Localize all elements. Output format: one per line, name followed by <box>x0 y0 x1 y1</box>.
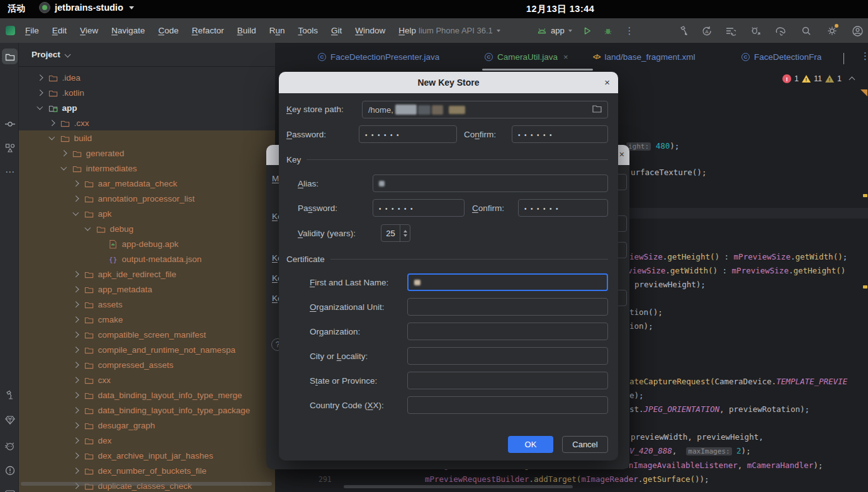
more-actions-kebab[interactable]: ⋮ <box>623 24 636 38</box>
profile-avatar[interactable] <box>850 24 864 38</box>
tree-expand-chevron[interactable] <box>37 74 43 80</box>
spinner-arrows[interactable] <box>400 225 410 241</box>
tree-expand-chevron[interactable] <box>37 89 43 95</box>
tab-close-icon[interactable]: × <box>563 52 568 62</box>
tree-item-.kotlin[interactable]: .kotlin <box>19 85 275 100</box>
menu-help[interactable]: Help <box>398 26 416 35</box>
increment-arrow[interactable] <box>403 230 407 232</box>
close-icon[interactable]: × <box>604 77 610 88</box>
close-icon[interactable]: × <box>619 149 624 159</box>
ok-button[interactable]: OK <box>508 436 553 453</box>
project-tree-hscrollbar[interactable] <box>21 482 272 486</box>
tree-item-data_binding_layout_info_type_merge[interactable]: data_binding_layout_info_type_merge <box>19 387 275 403</box>
apply-changes-button[interactable]: A <box>700 24 714 38</box>
tree-expand-chevron[interactable] <box>73 346 79 352</box>
hidden-tabs-chevron[interactable] <box>843 53 849 59</box>
tree-item-cmake[interactable]: cmake <box>19 312 275 327</box>
tree-expand-chevron[interactable] <box>73 452 79 458</box>
confirm-password-input[interactable]: •••••• <box>512 125 608 143</box>
tree-expand-chevron[interactable] <box>73 286 79 292</box>
tree-item-app[interactable]: app <box>19 100 275 115</box>
project-panel-header[interactable]: Project <box>19 43 275 67</box>
tab-facedetectionpresenter.java[interactable]: CFaceDetectionPresenter.java <box>318 43 475 71</box>
tree-item-apk[interactable]: apk <box>19 206 275 221</box>
tree-item-compressed_assets[interactable]: compressed_assets <box>19 357 275 372</box>
menu-window[interactable]: Window <box>355 26 385 35</box>
organization-input[interactable] <box>407 323 608 340</box>
tree-item-dex[interactable]: dex <box>19 433 275 448</box>
scrollbar-warning-mark[interactable] <box>863 194 867 197</box>
tree-item-dex_archive_input_jar_hashes[interactable]: dex_archive_input_jar_hashes <box>19 448 275 463</box>
tree-item-apk_ide_redirect_file[interactable]: apk_ide_redirect_file <box>19 266 275 282</box>
device-selector[interactable]: lium Phone API 36.1 <box>419 18 500 43</box>
key-password-input[interactable]: •••••• <box>373 199 465 217</box>
tree-expand-chevron[interactable] <box>73 210 79 215</box>
logcat-tool-icon[interactable] <box>2 438 18 454</box>
tree-expand-chevron[interactable] <box>61 164 67 170</box>
menu-code[interactable]: Code <box>158 26 178 35</box>
more-tool-windows-icon[interactable]: ⋯ <box>2 164 18 180</box>
validity-spinner[interactable]: 25 <box>381 224 410 242</box>
tree-expand-chevron[interactable] <box>61 150 67 156</box>
tab-camerautil.java[interactable]: CCameraUtil.java× <box>485 43 590 71</box>
tree-expand-chevron[interactable] <box>73 422 79 428</box>
editor-options-kebab[interactable]: ⋮ <box>860 50 868 62</box>
tree-expand-chevron[interactable] <box>73 392 79 398</box>
menu-file[interactable]: File <box>25 26 39 35</box>
dialog-titlebar[interactable]: New Key Store <box>279 72 618 93</box>
tree-item-dex_number_of_buckets_file[interactable]: dex_number_of_buckets_file <box>19 463 275 478</box>
build-project-button[interactable] <box>677 24 691 38</box>
city-input[interactable] <box>407 347 608 365</box>
run-configuration-selector[interactable]: app <box>537 18 572 43</box>
browse-folder-icon[interactable] <box>592 105 602 115</box>
menu-git[interactable]: Git <box>331 26 342 35</box>
menu-edit[interactable]: Edit <box>52 26 67 35</box>
alias-input[interactable] <box>373 174 608 192</box>
system-app-menu[interactable]: jetbrains-studio <box>39 2 134 13</box>
tree-expand-chevron[interactable] <box>73 362 79 367</box>
tree-item-data_binding_layout_info_type_package[interactable]: data_binding_layout_info_type_package <box>19 403 275 418</box>
tree-item-.cxx[interactable]: .cxx <box>19 115 275 130</box>
inspections-widget[interactable]: ! 1 ! 11 ! 1 <box>782 74 854 83</box>
build-tool-icon[interactable] <box>2 387 18 403</box>
editor-hscrollbar[interactable] <box>344 485 573 488</box>
tree-item-annotation_processor_list[interactable]: annotation_processor_list <box>19 191 275 206</box>
tree-expand-chevron[interactable] <box>49 134 55 140</box>
tree-item-assets[interactable]: assets <box>19 297 275 312</box>
tree-item-debug[interactable]: debug <box>19 221 275 236</box>
menu-build[interactable]: Build <box>237 26 256 35</box>
tree-expand-chevron[interactable] <box>73 407 79 413</box>
tree-expand-chevron[interactable] <box>37 104 43 110</box>
tree-item-output-metadata.json[interactable]: {}output-metadata.json <box>19 251 275 266</box>
first-last-name-input[interactable] <box>407 273 608 291</box>
tree-expand-chevron[interactable] <box>73 467 79 473</box>
tree-expand-chevron[interactable] <box>73 271 79 277</box>
menu-view[interactable]: View <box>80 26 98 35</box>
tree-item-app_metadata[interactable]: app_metadata <box>19 282 275 297</box>
clock[interactable]: 12月13日 13:44 <box>526 3 594 15</box>
run-button[interactable] <box>580 24 594 38</box>
search-everywhere-button[interactable] <box>799 24 813 38</box>
tree-expand-chevron[interactable] <box>73 316 79 322</box>
menu-tools[interactable]: Tools <box>298 26 318 35</box>
tab-facedetectionfra[interactable]: CFaceDetectionFra <box>741 43 836 71</box>
tree-expand-chevron[interactable] <box>73 195 79 201</box>
tree-item-compatible_screen_manifest[interactable]: compatible_screen_manifest <box>19 327 275 342</box>
tree-expand-chevron[interactable] <box>73 437 79 443</box>
tree-expand-chevron[interactable] <box>85 225 91 231</box>
tree-item-generated[interactable]: generated <box>19 146 275 161</box>
terminal-tool-icon[interactable] <box>2 486 18 492</box>
tree-expand-chevron[interactable] <box>73 377 79 382</box>
attach-debugger-button[interactable] <box>748 24 762 38</box>
settings-button[interactable] <box>825 24 839 38</box>
state-input[interactable] <box>407 372 608 389</box>
build-variants-button[interactable] <box>723 24 737 38</box>
structure-tool-icon[interactable] <box>2 140 18 156</box>
tree-item-desugar_graph[interactable]: desugar_graph <box>19 418 275 433</box>
tree-item-build[interactable]: build <box>19 130 275 146</box>
country-code-input[interactable] <box>407 396 608 414</box>
debug-button[interactable] <box>601 24 615 38</box>
gradle-sync-button[interactable] <box>774 24 787 38</box>
tab-land-base_fragment.xml[interactable]: </>land/base_fragment.xml <box>593 43 726 71</box>
scrollbar-warning-mark[interactable] <box>863 285 867 289</box>
